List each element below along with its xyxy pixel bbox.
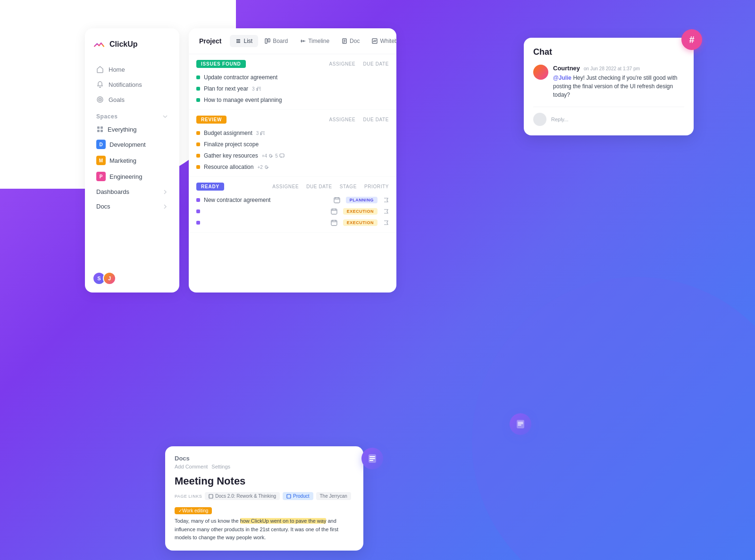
doc-float-icon (515, 419, 526, 429)
chat-message-content: Courtney on Jun 28 2022 at 1:37 pm @Juli… (553, 65, 684, 99)
section-ready: READY ASSIGNEE DUE DATE STAGE PRIORITY N… (189, 177, 396, 233)
board-icon (265, 38, 270, 44)
doc-icon (342, 38, 347, 44)
chevron-down-icon (162, 114, 168, 119)
sidebar-engineering[interactable]: P Engineering (92, 169, 172, 184)
comment-icon (279, 153, 285, 159)
chevron-right-docs-icon (162, 204, 168, 209)
sidebar-nav-notifications[interactable]: Notifications (92, 77, 172, 92)
svg-rect-12 (265, 39, 267, 43)
home-icon (96, 66, 104, 73)
docs-add-comment-area: Add Comment Settings (175, 464, 354, 469)
chat-message-header: Courtney on Jun 28 2022 at 1:37 pm (553, 65, 684, 72)
task-finalize-scope[interactable]: Finalize project scope (196, 139, 389, 150)
sidebar-development[interactable]: D Development (92, 137, 172, 152)
chevron-right-icon (162, 189, 168, 195)
task-ready-3[interactable]: EXECUTION (196, 217, 389, 228)
task-gather-resources[interactable]: Gather key resources +4 5 (196, 150, 389, 161)
task-dot (196, 87, 200, 91)
subtask-icon (256, 86, 262, 92)
task-new-contractor[interactable]: New contractor agreement PLANNING (196, 194, 389, 206)
svg-rect-5 (97, 130, 100, 132)
sidebar-marketing[interactable]: M Marketing (92, 153, 172, 168)
flag-icon-2 (383, 209, 389, 214)
chat-panel: # Chat Courtney on Jun 28 2022 at 1:37 p… (524, 38, 694, 135)
page-link-jerrycan[interactable]: The Jerrycan (316, 492, 351, 500)
svg-rect-6 (101, 130, 103, 132)
sidebar: ClickUp Home Notifications Goals Spaces (85, 28, 179, 293)
svg-rect-13 (268, 39, 270, 42)
avatar-2: J (103, 272, 116, 285)
sidebar-marketing-label: Marketing (109, 157, 136, 164)
sidebar-docs[interactable]: Docs (92, 200, 172, 213)
task-ready-2[interactable]: EXECUTION (196, 206, 389, 217)
sidebar-dashboards[interactable]: Dashboards (92, 185, 172, 199)
avatar-julie (533, 113, 546, 126)
development-dot: D (96, 140, 106, 149)
chat-text: @Julie Hey! Just checking if you're stil… (553, 74, 684, 99)
sidebar-spaces-header: Spaces (92, 108, 172, 123)
svg-rect-39 (517, 420, 524, 428)
section-review-header: REVIEW ASSIGNEE DUE DATE (196, 116, 389, 124)
sidebar-footer: S J (92, 272, 116, 285)
calendar-icon-2 (331, 208, 337, 215)
svg-rect-44 (287, 494, 291, 498)
chat-time: on Jun 28 2022 at 1:37 pm (584, 66, 640, 71)
docs-body: Today, many of us know the how ClickUp w… (175, 517, 354, 542)
sidebar-nav-goals[interactable]: Goals (92, 92, 172, 107)
svg-point-25 (260, 134, 261, 135)
add-comment-label[interactable]: Add Comment (175, 464, 208, 469)
section-issues: ISSUES FOUND ASSIGNEE DUE DATE Update co… (189, 54, 396, 110)
sidebar-goals-label: Goals (109, 96, 125, 103)
project-content: ISSUES FOUND ASSIGNEE DUE DATE Update co… (189, 54, 396, 293)
sidebar-nav-home[interactable]: Home (92, 62, 172, 76)
tab-whiteboard[interactable]: Whiteboard (366, 35, 396, 47)
stage-badge-execution-1: EXECUTION (343, 208, 378, 215)
timeline-icon (300, 38, 306, 44)
svg-rect-27 (334, 198, 340, 203)
tab-board[interactable]: Board (259, 35, 294, 47)
tab-list[interactable]: List (230, 35, 258, 47)
whiteboard-icon (372, 38, 378, 44)
task-budget-count: 3 (256, 130, 266, 136)
chat-message-body: Hey! Just checking if you're still good … (553, 75, 677, 98)
section-ready-header: READY ASSIGNEE DUE DATE STAGE PRIORITY (196, 183, 389, 191)
chat-reply-input[interactable]: Reply... (551, 117, 684, 122)
svg-point-2 (100, 100, 101, 100)
project-tabs: List Board Timeline (230, 35, 396, 47)
page-link-docs[interactable]: Docs 2.0: Rework & Thinking (205, 492, 280, 500)
link-doc-icon (209, 494, 213, 499)
settings-label[interactable]: Settings (211, 464, 230, 469)
project-header: Project List Board (189, 28, 396, 54)
attach-icon-2 (264, 165, 269, 170)
task-allocation-extras: +2 (257, 165, 269, 170)
project-panel: Project List Board (189, 28, 396, 293)
task-event-planning[interactable]: How to manage event planning (196, 94, 389, 106)
sidebar-logo[interactable]: ClickUp (92, 38, 172, 53)
subtask-badge-icon (260, 130, 266, 136)
badge-ready: READY (196, 183, 224, 191)
svg-rect-3 (97, 126, 100, 129)
task-cols-right-2: EXECUTION (331, 208, 389, 215)
task-gather-extras: +4 5 (262, 153, 285, 159)
target-icon (96, 96, 104, 103)
task-resource-allocation[interactable]: Resource allocation +2 (196, 161, 389, 173)
grid-icon (96, 125, 104, 133)
svg-rect-4 (101, 126, 103, 129)
chat-title: Chat (533, 47, 684, 57)
svg-rect-35 (331, 220, 337, 226)
tab-timeline[interactable]: Timeline (294, 35, 335, 47)
task-dot (196, 221, 200, 225)
badge-review: REVIEW (196, 116, 226, 124)
task-budget-assignment[interactable]: Budget assignment 3 (196, 127, 389, 139)
task-update-contractor[interactable]: Update contractor agreement (196, 72, 389, 83)
task-plan-next-year[interactable]: Plan for next year 3 (196, 83, 389, 94)
page-link-product[interactable]: Product (283, 492, 313, 500)
calendar-icon-3 (331, 219, 337, 226)
clickup-logo-icon (92, 38, 106, 51)
sidebar-everything[interactable]: Everything (92, 123, 172, 136)
docs-header-label: Docs (175, 455, 354, 462)
task-dot (196, 75, 200, 79)
tab-doc[interactable]: Doc (336, 35, 365, 47)
flag-icon (383, 197, 389, 203)
